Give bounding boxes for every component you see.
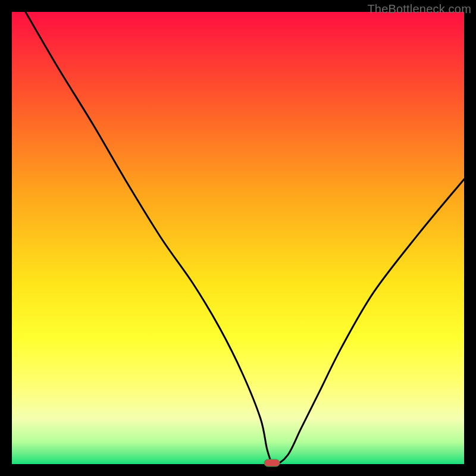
attribution-text: TheBottleneck.com: [367, 2, 471, 16]
plot-area: [12, 12, 464, 464]
chart-svg: [0, 0, 476, 476]
optimal-marker: [264, 459, 280, 466]
bottleneck-chart: TheBottleneck.com: [0, 0, 476, 476]
